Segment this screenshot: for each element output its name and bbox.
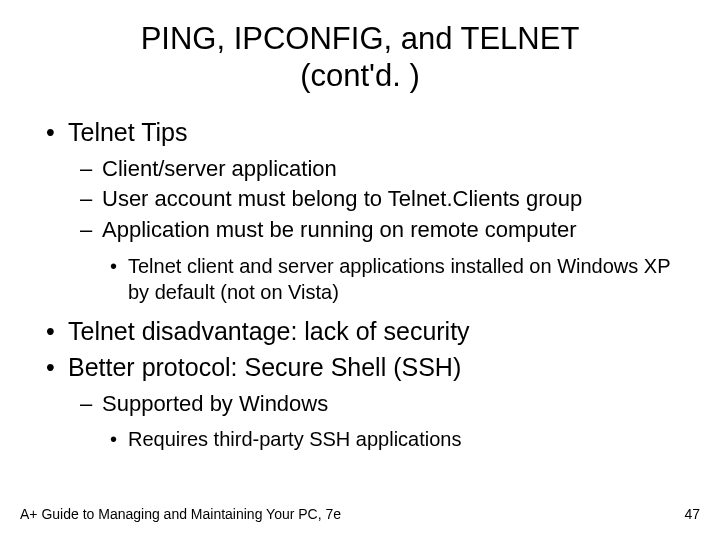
bullet-text: Better protocol: Secure Shell (SSH) — [68, 351, 461, 384]
bullet-dot-icon: • — [110, 253, 128, 279]
bullet-text: Telnet disadvantage: lack of security — [68, 315, 470, 348]
bullet-text: Supported by Windows — [102, 390, 328, 419]
bullet-dash-icon: – — [80, 185, 102, 214]
title-line-2: (cont'd. ) — [30, 57, 690, 94]
slide: PING, IPCONFIG, and TELNET (cont'd. ) • … — [0, 0, 720, 540]
bullet-dot-icon: • — [46, 116, 68, 149]
bullet-level2: – Client/server application — [80, 155, 690, 184]
bullet-text: Telnet Tips — [68, 116, 188, 149]
bullet-text: Application must be running on remote co… — [102, 216, 576, 245]
bullet-dot-icon: • — [46, 315, 68, 348]
slide-footer: A+ Guide to Managing and Maintaining You… — [20, 506, 700, 522]
bullet-dot-icon: • — [46, 351, 68, 384]
bullet-level1: • Telnet disadvantage: lack of security — [46, 315, 690, 348]
page-number: 47 — [684, 506, 700, 522]
bullet-text: Telnet client and server applications in… — [128, 253, 690, 305]
bullet-text: User account must belong to Telnet.Clien… — [102, 185, 582, 214]
bullet-level3: • Requires third-party SSH applications — [110, 426, 690, 452]
bullet-dash-icon: – — [80, 390, 102, 419]
bullet-dash-icon: – — [80, 216, 102, 245]
bullet-text: Requires third-party SSH applications — [128, 426, 462, 452]
slide-title: PING, IPCONFIG, and TELNET (cont'd. ) — [30, 20, 690, 94]
bullet-level1: • Telnet Tips – Client/server applicatio… — [46, 116, 690, 304]
bullet-level1: • Better protocol: Secure Shell (SSH) – … — [46, 351, 690, 452]
bullet-level2: – Supported by Windows — [80, 390, 690, 419]
bullet-level2: – Application must be running on remote … — [80, 216, 690, 245]
slide-content: • Telnet Tips – Client/server applicatio… — [30, 116, 690, 452]
bullet-text: Client/server application — [102, 155, 337, 184]
bullet-dot-icon: • — [110, 426, 128, 452]
footer-source: A+ Guide to Managing and Maintaining You… — [20, 506, 341, 522]
bullet-level2: – User account must belong to Telnet.Cli… — [80, 185, 690, 214]
bullet-level3: • Telnet client and server applications … — [110, 253, 690, 305]
bullet-dash-icon: – — [80, 155, 102, 184]
title-line-1: PING, IPCONFIG, and TELNET — [30, 20, 690, 57]
